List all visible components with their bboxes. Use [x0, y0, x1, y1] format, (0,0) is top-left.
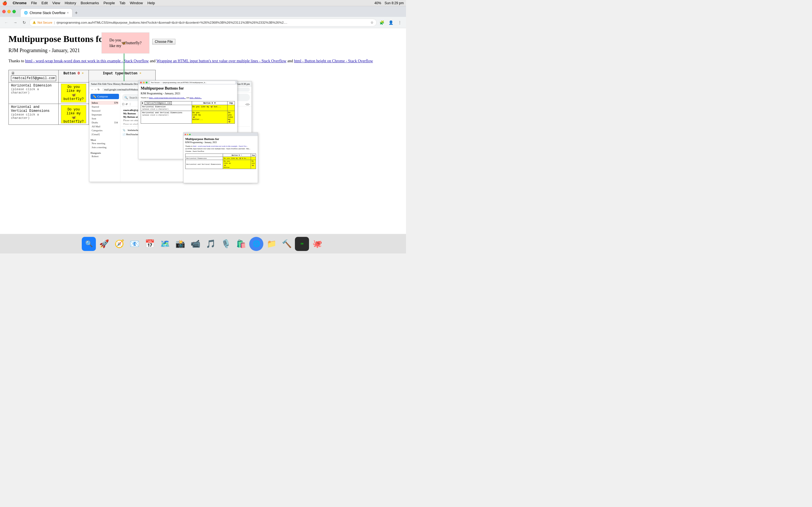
close-button[interactable] [2, 10, 6, 13]
minimize-button[interactable] [7, 10, 11, 13]
dock: 🔍 🚀 🧭 📧 📅 🗺️ 📸 📹 🎵 🎙️ 🛍️ 🌐 📁 🔨 ⌨️ 🐙 [0, 234, 406, 253]
row2-label: Horizontal and Vertical Dimensions [11, 105, 56, 113]
menubar-chrome[interactable]: Chrome [13, 1, 27, 5]
dock-launchpad[interactable]: 🚀 [97, 237, 111, 251]
traffic-lights [2, 10, 16, 13]
pink-preview-box: Do youlike my🦋 butterfly? [101, 33, 149, 54]
dock-calendar[interactable]: 📅 [143, 237, 157, 251]
page-title: Multipurpose Buttons for [8, 34, 398, 44]
dock-podcasts[interactable]: 🎙️ [219, 237, 233, 251]
button-vertical-1[interactable]: Do youlike my🦋butterfly? [61, 105, 86, 123]
dock-facetime[interactable]: 📹 [188, 237, 202, 251]
gmail-sidebar: ✏️ Compose Inbox 579 Starred Snoozed Imp… [89, 93, 120, 182]
dock-photos[interactable]: 📸 [173, 237, 187, 251]
menubar-tab[interactable]: Tab [119, 1, 125, 5]
dock-filezilla[interactable]: 📁 [264, 237, 278, 251]
row1-sublabel: (please click a character) [11, 88, 56, 94]
button-horizontal-1[interactable]: Do you like my 🦋 butterfly? [61, 83, 86, 103]
button-col-header: Button O ☀ [63, 71, 84, 75]
active-tab[interactable]: 🌐 Chrome Stack Overflow × [20, 8, 72, 17]
page-content: Do youlike my🦋 butterfly? Choose File Mu… [0, 28, 406, 253]
link3[interactable]: html - Button height on Chrome - Stack O… [294, 59, 373, 63]
menubar-edit[interactable]: Edit [42, 1, 48, 5]
page-subtitle: RJM Programming - January, 2021 [8, 48, 398, 54]
security-icon: ⚠️ [33, 21, 36, 24]
menubar-right: 40% Sun 8:29 pm [374, 1, 404, 5]
menubar-history[interactable]: History [64, 1, 76, 5]
gmail-compose-button[interactable]: ✏️ Compose [91, 94, 119, 99]
clock: Sun 8:29 pm [385, 1, 404, 5]
gmail-new-meeting[interactable]: New meeting [91, 142, 119, 145]
extensions-button[interactable]: 🧩 [378, 18, 386, 26]
menubar-people[interactable]: People [103, 1, 115, 5]
gmail-robert[interactable]: Robert [91, 154, 119, 158]
dock-finder[interactable]: 🔍 [82, 237, 96, 251]
overlay2-thanks: Thanks to html - word-wrap break-word do… [139, 97, 237, 101]
gmail-join-meeting[interactable]: Join a meeting [91, 145, 119, 149]
dock-appstore[interactable]: 🛍️ [234, 237, 248, 251]
chrome-toolbar: ← → ↻ ⚠️ Not Secure | rjmprogramming.com… [0, 17, 406, 28]
dock-music[interactable]: 🎵 [204, 237, 218, 251]
tab-bar: 🌐 Chrome Stack Overflow × + [20, 6, 404, 17]
row1-label: Horizontal Dimension [11, 83, 56, 88]
gmail-all-mail[interactable]: All Mail [91, 124, 119, 128]
address-text: rjmprogramming.com.au/HTMLCSS/multipurpo… [56, 21, 369, 24]
address-icons: ☆ [370, 20, 373, 24]
bookmark-icon[interactable]: ☆ [370, 20, 373, 24]
dock-safari[interactable]: 🧭 [112, 237, 126, 251]
link1[interactable]: html - word-wrap break-word does not wor… [25, 59, 149, 63]
menubar-view[interactable]: View [52, 1, 60, 5]
gmail-inbox[interactable]: Inbox 579 [91, 101, 119, 105]
tab-favicon: 🌐 [24, 11, 28, 15]
address-bar[interactable]: ⚠️ Not Secure | rjmprogramming.com.au/HT… [29, 18, 377, 26]
maximize-button[interactable] [12, 10, 16, 13]
dock-terminal[interactable]: ⌨️ [295, 237, 309, 251]
menubar-file[interactable]: File [31, 1, 37, 5]
gmail-categories[interactable]: Categories [91, 128, 119, 132]
row2-sublabel: (please click a character) [11, 113, 56, 120]
not-secure-label: Not Secure [38, 21, 52, 24]
dock-chrome[interactable]: 🌐 [249, 237, 263, 251]
menubar: 🍎 Chrome File Edit View History Bookmark… [0, 0, 406, 6]
tab-close-button[interactable]: × [67, 11, 69, 14]
choose-file-button[interactable]: Choose File [152, 39, 175, 45]
chrome-titlebar: 🌐 Chrome Stack Overflow × + [0, 6, 406, 17]
forward-button[interactable]: → [11, 18, 19, 26]
small-screenshot-overlay: Multipurpose Buttons for RJM Programming… [183, 132, 258, 183]
gmail-drafts[interactable]: Drafts 334 [91, 121, 119, 124]
chrome-window: 🌐 Chrome Stack Overflow × + ← → ↻ ⚠️ Not… [0, 6, 406, 253]
gmail-sent[interactable]: Sent [91, 117, 119, 121]
input-type-col-header: Input type=button ☀ [103, 71, 142, 75]
gmail-snoozed[interactable]: Snoozed [91, 109, 119, 113]
menubar-bookmarks[interactable]: Bookmarks [81, 1, 99, 5]
tab-title: Chrome Stack Overflow [30, 11, 65, 15]
gmail-label[interactable]: [Gmail] [91, 132, 119, 136]
dock-xcode[interactable]: 🔨 [280, 237, 294, 251]
overlay2-table: 🖥 rmetcalfe15@gmail.com Button O ☀ Inp H… [141, 101, 235, 124]
page-thanks: Thanks to html - word-wrap break-word do… [8, 58, 398, 64]
gmail-starred[interactable]: Starred [91, 105, 119, 109]
dock-maps[interactable]: 🗺️ [158, 237, 172, 251]
dock-github[interactable]: 🐙 [310, 237, 324, 251]
menubar-help[interactable]: Help [147, 1, 155, 5]
overlay2-subtitle: RJM Programming - January, 2021 [139, 92, 237, 97]
gmail-important[interactable]: Important [91, 113, 119, 117]
address-separator: | [54, 21, 55, 24]
apple-icon: 🍎 [2, 1, 7, 5]
back-button[interactable]: ← [2, 18, 10, 26]
email-input[interactable]: rmetcalfe15@gmail.com [11, 75, 56, 81]
new-tab-button[interactable]: + [72, 9, 80, 17]
overlay2-title: Multipurpose Buttons for [139, 84, 237, 92]
link2[interactable]: Wrapping an HTML input button's text val… [156, 59, 287, 63]
battery-indicator: 40% [374, 1, 381, 5]
profile-button[interactable]: 👤 [387, 18, 395, 26]
reload-button[interactable]: ↻ [20, 18, 28, 26]
menubar-window[interactable]: Window [130, 1, 143, 5]
dock-mail[interactable]: 📧 [128, 237, 142, 251]
menu-button[interactable]: ⋮ [396, 18, 404, 26]
